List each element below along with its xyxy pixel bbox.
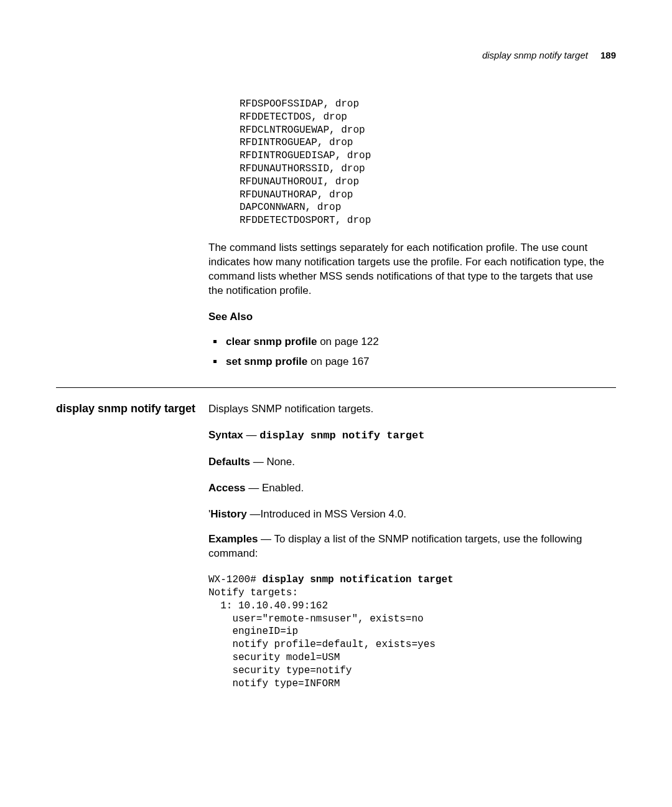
examples-line: Examples — To display a list of the SNMP… xyxy=(208,532,610,561)
syntax-command: display snmp notify target xyxy=(259,430,424,441)
cli-prompt: WX-1200# xyxy=(208,574,262,585)
upper-sidebar xyxy=(56,98,208,387)
section-content: display snmp notify target Displays SNMP… xyxy=(56,402,616,690)
notification-types-code: RFDSPOOFSSIDAP, drop RFDDETECTDOS, drop … xyxy=(208,98,610,227)
defaults-value: — None. xyxy=(250,456,295,468)
defaults-line: Defaults — None. xyxy=(208,455,610,470)
upper-main: RFDSPOOFSSIDAP, drop RFDDETECTDOS, drop … xyxy=(208,98,616,387)
access-line: Access — Enabled. xyxy=(208,481,610,496)
description-paragraph: The command lists settings separately fo… xyxy=(208,241,610,298)
history-value: —Introduced in MSS Version 4.0. xyxy=(247,508,406,520)
see-also-link[interactable]: clear snmp profile xyxy=(226,336,317,347)
upper-content: RFDSPOOFSSIDAP, drop RFDDETECTDOS, drop … xyxy=(56,98,616,387)
see-also-list: clear snmp profile on page 122 set snmp … xyxy=(208,334,610,369)
syntax-line: Syntax — display snmp notify target xyxy=(208,428,610,443)
history-label: History xyxy=(210,508,247,520)
see-also-heading: See Also xyxy=(208,311,610,323)
access-value: — Enabled. xyxy=(246,482,304,494)
history-line: 'History —Introduced in MSS Version 4.0. xyxy=(208,507,610,522)
section-divider xyxy=(56,387,616,388)
header-page-number: 189 xyxy=(600,50,616,60)
example-output: WX-1200# display snmp notification targe… xyxy=(208,573,610,690)
header-title: display snmp notify target xyxy=(482,50,588,60)
section-sidebar: display snmp notify target xyxy=(56,402,208,690)
cli-output-body: Notify targets: 1: 10.10.40.99:162 user=… xyxy=(208,587,436,689)
examples-text: — To display a list of the SNMP notifica… xyxy=(208,533,582,559)
command-name-heading: display snmp notify target xyxy=(56,402,208,416)
section-main: Displays SNMP notification targets. Synt… xyxy=(208,402,616,690)
see-also-page-ref: on page 167 xyxy=(307,356,369,367)
syntax-label: Syntax xyxy=(208,429,243,441)
command-description: Displays SNMP notification targets. xyxy=(208,402,610,417)
see-also-page-ref: on page 122 xyxy=(317,336,378,347)
access-label: Access xyxy=(208,482,246,494)
see-also-item: clear snmp profile on page 122 xyxy=(208,334,610,349)
cli-command: display snmp notification target xyxy=(262,574,453,585)
syntax-dash: — xyxy=(243,429,259,441)
defaults-label: Defaults xyxy=(208,456,250,468)
see-also-link[interactable]: set snmp profile xyxy=(226,356,307,367)
examples-label: Examples xyxy=(208,533,258,545)
page-header: display snmp notify target 189 xyxy=(56,50,616,60)
see-also-item: set snmp profile on page 167 xyxy=(208,354,610,369)
